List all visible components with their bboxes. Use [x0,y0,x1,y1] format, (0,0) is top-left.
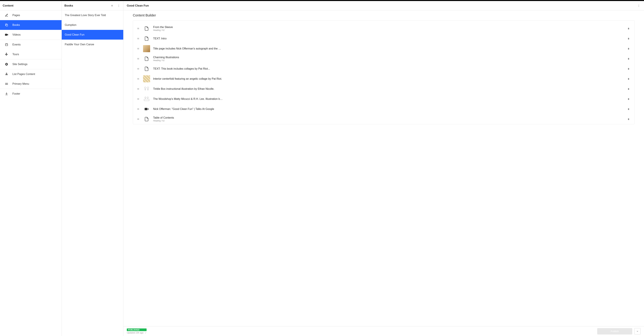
row-subtitle: Heading / h2 [153,120,624,122]
books-list-panel: Books The Greatest Love Story Ever ToldG… [62,1,124,336]
publish-more-button[interactable] [634,328,641,334]
drag-handle-icon[interactable] [137,48,140,50]
drag-handle-icon[interactable] [137,27,140,30]
sidebar-item-list-pages-content[interactable]: List Pages Content [0,69,62,79]
sidebar-item-label: Tours [12,53,19,56]
list-item[interactable]: Paddle Your Own Canoe [62,40,123,49]
delete-row-button[interactable] [628,68,630,70]
drag-handle-icon[interactable] [137,118,140,120]
app-root: Content PagesBooksVideosEventsToursSite … [0,1,644,336]
builder-row[interactable]: Nick Offerman: "Good Clean Fun" | Talks … [137,104,630,114]
builder-row[interactable]: From the SleeveHeading / h2 [137,24,630,34]
svg-point-42 [147,87,149,88]
row-title: TEXT: Intro [153,37,624,40]
row-text: Nick Offerman: "Good Clean Fun" | Talks … [153,108,624,110]
row-text: From the SleeveHeading / h2 [153,26,624,31]
detail-title: Good Clean Fun [127,4,637,8]
builder-row[interactable]: TEXT: Intro [137,34,630,44]
image-thumbnail [143,75,150,82]
list-item[interactable]: Good Clean Fun [62,30,123,40]
sidebar-item-footer[interactable]: Footer [0,89,62,99]
gear-icon [5,62,8,66]
delete-row-button[interactable] [628,27,630,30]
row-title: Nick Offerman: "Good Clean Fun" | Talks … [153,108,624,110]
updated-text: Updated 23h ago [127,332,144,334]
svg-point-18 [639,5,639,6]
sidebar-item-primary-menu[interactable]: Primary Menu [0,79,62,89]
publish-bar: PUBLISHED Updated 23h ago Publish [124,326,644,336]
svg-point-19 [639,6,639,7]
delete-row-button[interactable] [628,78,630,80]
delete-row-button[interactable] [628,38,630,40]
sidebar-item-videos[interactable]: Videos [0,30,62,40]
delete-row-button[interactable] [628,88,630,90]
copy-icon [5,23,8,27]
builder-row[interactable]: The Woodshop's Matty Micucci & R.H. Lee.… [137,94,630,104]
drag-handle-icon[interactable] [137,58,140,60]
publish-button[interactable]: Publish [597,328,632,334]
drag-handle-icon[interactable] [137,38,140,40]
row-title: From the Sleeve [153,26,624,29]
row-text: Table of ContentsHeading / h2 [153,116,624,122]
delete-row-button[interactable] [628,98,630,100]
sidebar-item-pages[interactable]: Pages [0,10,62,20]
link-chain-icon [5,72,8,76]
updated-timestamp: Updated 23h ago [127,332,146,334]
drag-handle-icon[interactable] [137,88,140,90]
drag-handle-icon[interactable] [137,108,140,110]
sidebar-item-label: Events [12,43,21,46]
add-book-button[interactable] [110,4,114,8]
sidebar-item-label: Footer [12,92,20,95]
document-icon [143,55,150,62]
status-badge: PUBLISHED [127,328,146,331]
builder-row[interactable]: Charming IllustrationsHeading / h2 [137,54,630,64]
svg-rect-1 [5,34,7,36]
sidebar-title: Content [0,1,62,10]
sidebar-item-tours[interactable]: Tours [0,50,62,59]
delete-row-button[interactable] [628,48,630,50]
builder-row[interactable]: Interior centerfold featuring an angelic… [137,74,630,84]
content-builder-card: From the SleeveHeading / h2TEXT: IntroTi… [133,20,634,124]
drag-handle-icon[interactable] [137,98,140,100]
row-title: Charming Illustrations [153,56,624,59]
svg-point-17 [639,4,639,5]
row-text: Interior centerfold featuring an angelic… [153,77,624,80]
publish-status-block: PUBLISHED Updated 23h ago [127,328,146,334]
svg-point-16 [118,6,119,7]
row-text: The Woodshop's Matty Micucci & R.H. Lee.… [153,98,624,100]
builder-row[interactable]: TEXT: This book includes collages by Pat… [137,64,630,74]
drag-handle-icon[interactable] [137,68,140,70]
document-icon [143,25,150,32]
builder-row[interactable]: Tinkle Box instructional illustration by… [137,84,630,94]
download-icon [5,92,8,96]
sidebar-item-site-settings[interactable]: Site Settings [0,60,62,69]
svg-point-52 [147,97,148,98]
row-subtitle: Heading / h2 [153,29,624,31]
sidebar-item-books[interactable]: Books [0,20,62,30]
row-text: TEXT: This book includes collages by Pat… [153,67,624,70]
content-sidebar: Content PagesBooksVideosEventsToursSite … [0,1,62,336]
list-item[interactable]: The Greatest Love Story Ever Told [62,10,123,20]
delete-row-button[interactable] [628,58,630,60]
detail-more-menu[interactable] [637,4,641,8]
row-title: Tinkle Box instructional illustration by… [153,88,624,90]
sidebar-item-label: Books [12,24,20,26]
delete-row-button[interactable] [628,118,630,120]
sidebar-item-label: Primary Menu [12,82,29,86]
sidebar-item-label: List Pages Content [12,73,35,76]
svg-point-15 [118,5,119,6]
delete-row-button[interactable] [628,108,630,110]
video-icon [143,106,150,112]
image-thumbnail [143,96,150,102]
image-thumbnail [143,86,150,92]
svg-point-41 [144,87,146,88]
drag-handle-icon[interactable] [137,78,140,80]
list-more-menu[interactable] [117,4,120,8]
builder-row[interactable]: Title page includes Nick Offerman's auto… [137,44,630,54]
row-text: Tinkle Box instructional illustration by… [153,88,624,90]
row-title: The Woodshop's Matty Micucci & R.H. Lee.… [153,98,624,100]
builder-row[interactable]: Table of ContentsHeading / h2 [137,114,630,124]
sidebar-item-events[interactable]: Events [0,40,62,50]
list-item[interactable]: Gumption [62,20,123,30]
svg-point-14 [118,4,119,5]
